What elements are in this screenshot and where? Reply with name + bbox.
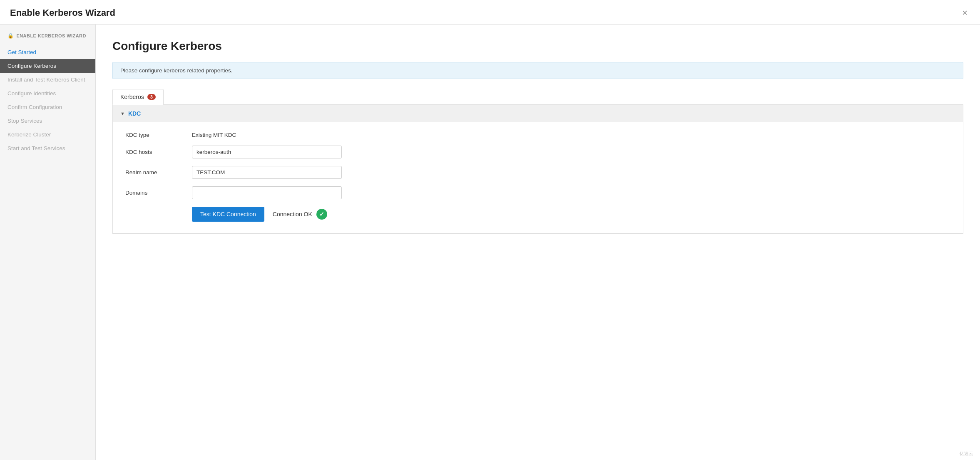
- kdc-type-label: KDC type: [125, 132, 192, 138]
- sidebar-item-install-test-kerberos[interactable]: Install and Test Kerberos Client: [0, 73, 95, 87]
- kdc-hosts-label: KDC hosts: [125, 149, 192, 155]
- kdc-section: ▼ KDC KDC type Existing MIT KDC KDC host…: [112, 105, 963, 234]
- sidebar-item-stop-services[interactable]: Stop Services: [0, 114, 95, 128]
- tabs-row: Kerberos 3: [112, 89, 963, 105]
- page-title: Configure Kerberos: [112, 40, 963, 53]
- sidebar-item-kerberize-cluster[interactable]: Kerberize Cluster: [0, 128, 95, 141]
- form-row-domains: Domains: [125, 186, 950, 199]
- connection-status: Connection OK ✓: [273, 209, 327, 220]
- realm-name-input[interactable]: [192, 166, 342, 179]
- form-row-kdc-type: KDC type Existing MIT KDC: [125, 132, 950, 138]
- domains-input[interactable]: [192, 186, 342, 199]
- sidebar: 🔒 ENABLE KERBEROS WIZARD Get Started Con…: [0, 25, 96, 460]
- kdc-body: KDC type Existing MIT KDC KDC hosts Real…: [113, 122, 963, 233]
- realm-name-label: Realm name: [125, 169, 192, 176]
- kdc-type-value: Existing MIT KDC: [192, 132, 236, 138]
- form-row-realm-name: Realm name: [125, 166, 950, 179]
- kdc-section-label: KDC: [128, 110, 141, 117]
- watermark: 亿速云: [960, 450, 973, 457]
- close-button[interactable]: ×: [960, 7, 970, 18]
- connection-ok-icon: ✓: [316, 209, 327, 220]
- dialog: Enable Kerberos Wizard × 🔒 ENABLE KERBER…: [0, 0, 980, 460]
- form-row-kdc-hosts: KDC hosts: [125, 146, 950, 158]
- kdc-header[interactable]: ▼ KDC: [113, 105, 963, 122]
- test-kdc-connection-button[interactable]: Test KDC Connection: [192, 207, 264, 222]
- sidebar-item-configure-kerberos[interactable]: Configure Kerberos: [0, 59, 95, 73]
- sidebar-item-confirm-configuration[interactable]: Confirm Configuration: [0, 100, 95, 114]
- sidebar-item-configure-identities[interactable]: Configure Identities: [0, 87, 95, 100]
- lock-icon: 🔒: [7, 33, 14, 39]
- dialog-body: 🔒 ENABLE KERBEROS WIZARD Get Started Con…: [0, 25, 980, 460]
- sidebar-item-start-test-services[interactable]: Start and Test Services: [0, 141, 95, 155]
- domains-label: Domains: [125, 190, 192, 196]
- chevron-down-icon: ▼: [120, 111, 125, 116]
- wizard-label: 🔒 ENABLE KERBEROS WIZARD: [0, 33, 95, 45]
- test-connection-row: Test KDC Connection Connection OK ✓: [192, 207, 950, 222]
- tab-kerberos-badge: 3: [147, 94, 156, 100]
- kdc-hosts-input[interactable]: [192, 146, 342, 158]
- dialog-header: Enable Kerberos Wizard ×: [0, 0, 980, 25]
- dialog-title: Enable Kerberos Wizard: [10, 7, 115, 18]
- sidebar-item-get-started[interactable]: Get Started: [0, 45, 95, 59]
- main-content: Configure Kerberos Please configure kerb…: [96, 25, 980, 460]
- tab-kerberos[interactable]: Kerberos 3: [112, 89, 164, 105]
- info-banner: Please configure kerberos related proper…: [112, 62, 963, 79]
